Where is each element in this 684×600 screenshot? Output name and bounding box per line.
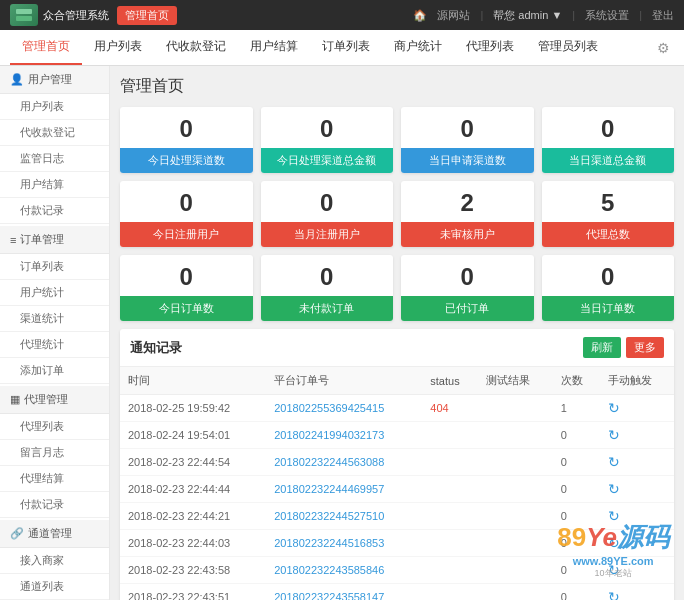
cell-status (422, 422, 478, 449)
order-link[interactable]: 201802232244516853 (274, 537, 384, 549)
sidebar-item-channel-list1[interactable]: 通道列表 (0, 574, 109, 600)
sidebar-item-message-log[interactable]: 留言月志 (0, 440, 109, 466)
order-link[interactable]: 201802232244527510 (274, 510, 384, 522)
refresh-action-icon[interactable]: ↻ (608, 427, 620, 443)
cell-status (422, 584, 478, 601)
order-link[interactable]: 201802232243585846 (274, 564, 384, 576)
logo-text: 众合管理系统 (43, 8, 109, 23)
col-status: status (422, 367, 478, 395)
order-link[interactable]: 201802232244469957 (274, 483, 384, 495)
cell-time: 2018-02-23 22:44:44 (120, 476, 266, 503)
cell-time: 2018-02-23 22:43:51 (120, 584, 266, 601)
cell-count: 0 (553, 422, 600, 449)
cell-time: 2018-02-23 22:44:54 (120, 449, 266, 476)
refresh-action-icon[interactable]: ↻ (608, 535, 620, 551)
sidebar-item-user-stats[interactable]: 用户统计 (0, 280, 109, 306)
sidebar-item-channel-stats[interactable]: 渠道统计 (0, 306, 109, 332)
cell-action: ↻ (600, 395, 674, 422)
table-row: 2018-02-23 22:43:51 201802232243558147 0… (120, 584, 674, 601)
stat-label-channel-processed: 今日处理渠道数 (120, 148, 253, 173)
page-title: 管理首页 (120, 76, 674, 97)
refresh-action-icon[interactable]: ↻ (608, 481, 620, 497)
sidebar-item-agent-settlement[interactable]: 代理结算 (0, 466, 109, 492)
stat-label-daily-channel-amount: 当日渠道总金额 (542, 148, 675, 173)
nav-tabs-right: ⚙ (653, 40, 674, 56)
sidebar-item-user-settlement[interactable]: 用户结算 (0, 172, 109, 198)
cell-action: ↻ (600, 530, 674, 557)
stat-label-channel-amount: 今日处理渠道总金额 (261, 148, 394, 173)
agent-icon: ▦ (10, 393, 20, 406)
tab-merchant-stats[interactable]: 商户统计 (382, 30, 454, 65)
logout-link[interactable]: 登出 (652, 8, 674, 23)
admin-label: 帮您 admin ▼ (493, 8, 562, 23)
svg-rect-1 (16, 16, 32, 21)
tab-admin-list[interactable]: 管理员列表 (526, 30, 610, 65)
cell-count: 0 (553, 530, 600, 557)
sidebar-section-order: ≡ 订单管理 订单列表 用户统计 渠道统计 代理统计 添加订单 (0, 226, 109, 384)
order-link[interactable]: 201802232243558147 (274, 591, 384, 600)
refresh-action-icon[interactable]: ↻ (608, 562, 620, 578)
logo-area: 众合管理系统 (10, 4, 109, 26)
cell-action: ↻ (600, 584, 674, 601)
order-link[interactable]: 201802241994032173 (274, 429, 384, 441)
refresh-btn[interactable]: 刷新 (583, 337, 621, 358)
notify-actions: 刷新 更多 (583, 337, 664, 358)
stat-card-paid-orders: 0 已付订单 (401, 255, 534, 321)
main-layout: 👤 用户管理 用户列表 代收款登记 监管日志 用户结算 付款记录 ≡ 订单管理 … (0, 66, 684, 600)
stat-label-today-register: 今日注册用户 (120, 222, 253, 247)
order-link[interactable]: 201802255369425415 (274, 402, 384, 414)
refresh-action-icon[interactable]: ↻ (608, 589, 620, 600)
sidebar-item-merchant-access[interactable]: 接入商家 (0, 548, 109, 574)
refresh-action-icon[interactable]: ↻ (608, 454, 620, 470)
tab-receipt-register[interactable]: 代收款登记 (154, 30, 238, 65)
cell-time: 2018-02-24 19:54:01 (120, 422, 266, 449)
stat-label-today-orders: 今日订单数 (120, 296, 253, 321)
settings-gear-icon[interactable]: ⚙ (653, 36, 674, 60)
nav-tabs: 管理首页 用户列表 代收款登记 用户结算 订单列表 商户统计 代理列表 管理员列… (0, 30, 684, 66)
sidebar-item-add-order[interactable]: 添加订单 (0, 358, 109, 384)
cell-result (478, 557, 552, 584)
tab-order-list[interactable]: 订单列表 (310, 30, 382, 65)
cell-time: 2018-02-23 22:44:03 (120, 530, 266, 557)
sidebar-section-title-agent: ▦ 代理管理 (0, 386, 109, 414)
order-link[interactable]: 201802232244563088 (274, 456, 384, 468)
more-btn[interactable]: 更多 (626, 337, 664, 358)
table-row: 2018-02-23 22:44:21 201802232244527510 0… (120, 503, 674, 530)
cell-order: 201802255369425415 (266, 395, 422, 422)
stat-card-channel-amount: 0 今日处理渠道总金额 (261, 107, 394, 173)
refresh-action-icon[interactable]: ↻ (608, 508, 620, 524)
stat-label-unreviewed: 未审核用户 (401, 222, 534, 247)
cell-action: ↻ (600, 476, 674, 503)
manage-btn[interactable]: 管理首页 (117, 6, 177, 25)
cell-action: ↻ (600, 557, 674, 584)
stat-number-1: 0 (261, 107, 394, 148)
system-settings-link[interactable]: 系统设置 (585, 8, 629, 23)
tab-user-settlement[interactable]: 用户结算 (238, 30, 310, 65)
cell-count: 0 (553, 476, 600, 503)
sidebar-section-channel: 🔗 通道管理 接入商家 通道列表 通道列表 阿联列表 (0, 520, 109, 600)
cell-order: 201802232244516853 (266, 530, 422, 557)
sidebar-item-user-list[interactable]: 用户列表 (0, 94, 109, 120)
cell-status (422, 476, 478, 503)
sidebar-item-monitor-log[interactable]: 监管日志 (0, 146, 109, 172)
sidebar-item-receipt[interactable]: 代收款登记 (0, 120, 109, 146)
tab-agent-list[interactable]: 代理列表 (454, 30, 526, 65)
col-action: 手动触发 (600, 367, 674, 395)
stats-row-2: 0 今日注册用户 0 当月注册用户 2 未审核用户 5 代理总数 (120, 181, 674, 247)
stat-card-today-register: 0 今日注册用户 (120, 181, 253, 247)
sidebar-item-agent-list[interactable]: 代理列表 (0, 414, 109, 440)
sidebar-item-agent-payment[interactable]: 付款记录 (0, 492, 109, 518)
source-site-link[interactable]: 源网站 (437, 8, 470, 23)
sidebar-item-order-list[interactable]: 订单列表 (0, 254, 109, 280)
tab-user-list[interactable]: 用户列表 (82, 30, 154, 65)
cell-order: 201802232244469957 (266, 476, 422, 503)
stat-label-monthly-register: 当月注册用户 (261, 222, 394, 247)
refresh-action-icon[interactable]: ↻ (608, 400, 620, 416)
sidebar-item-payment-record[interactable]: 付款记录 (0, 198, 109, 224)
tab-manage-home[interactable]: 管理首页 (10, 30, 82, 65)
sidebar-section-user: 👤 用户管理 用户列表 代收款登记 监管日志 用户结算 付款记录 (0, 66, 109, 224)
stat-label-paid-orders: 已付订单 (401, 296, 534, 321)
sidebar-item-agent-stats[interactable]: 代理统计 (0, 332, 109, 358)
stat-number-11: 0 (542, 255, 675, 296)
col-order: 平台订单号 (266, 367, 422, 395)
